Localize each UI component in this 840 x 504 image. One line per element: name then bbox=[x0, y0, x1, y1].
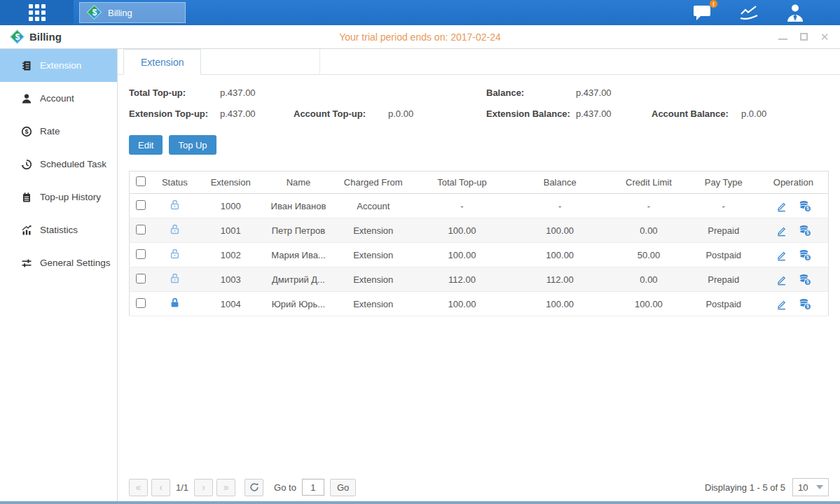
select-all-checkbox[interactable] bbox=[136, 176, 146, 186]
extension-cell: 1000 bbox=[198, 194, 263, 218]
col-balance: Balance bbox=[511, 172, 609, 194]
goto-page-input[interactable] bbox=[302, 479, 324, 496]
status-cell bbox=[151, 243, 198, 267]
edit-row-icon[interactable] bbox=[776, 200, 787, 212]
tab-strip-spacer bbox=[201, 49, 320, 75]
col-pay-type: Pay Type bbox=[689, 172, 759, 194]
edit-row-icon[interactable] bbox=[776, 225, 787, 237]
sidebar-item-label: General Settings bbox=[40, 258, 111, 268]
row-checkbox[interactable] bbox=[136, 225, 146, 234]
table-row[interactable]: 1001 Петр Петров Extension 100.00 100.00… bbox=[130, 218, 829, 243]
top-up-row-icon[interactable]: $ bbox=[799, 249, 811, 261]
topbar-tray: ! bbox=[691, 0, 840, 25]
balance-cell: 100.00 bbox=[511, 218, 609, 243]
window-bottom-edge bbox=[0, 501, 840, 504]
row-select-cell bbox=[130, 292, 152, 316]
sidebar-item-label: Rate bbox=[40, 126, 60, 136]
tab-extension[interactable]: Extension bbox=[123, 49, 201, 75]
edit-row-icon[interactable] bbox=[776, 298, 787, 310]
col-name: Name bbox=[263, 172, 333, 194]
col-status: Status bbox=[151, 172, 198, 194]
pagination-right: Displaying 1 - 5 of 5 10 bbox=[705, 478, 829, 496]
reports-button[interactable] bbox=[738, 2, 760, 23]
pay-type-cell: Prepaid bbox=[689, 267, 759, 292]
row-checkbox[interactable] bbox=[136, 274, 146, 284]
total-topup-label: Total Top-up: bbox=[129, 88, 220, 98]
sidebar-item-rate[interactable]: $ Rate bbox=[0, 115, 117, 148]
page-size-select[interactable]: 10 bbox=[792, 478, 829, 496]
taskbar-item-billing[interactable]: $ Billing bbox=[79, 2, 186, 23]
sidebar-item-topup-history[interactable]: Top-up History bbox=[0, 181, 117, 214]
apps-menu-button[interactable] bbox=[0, 0, 74, 25]
extension-topup-value: p.437.00 bbox=[220, 108, 294, 119]
top-up-row-icon[interactable]: $ bbox=[799, 298, 811, 310]
row-checkbox[interactable] bbox=[136, 298, 146, 308]
next-page-button[interactable]: › bbox=[194, 479, 213, 496]
row-checkbox[interactable] bbox=[136, 249, 146, 259]
page-size-value: 10 bbox=[798, 482, 808, 493]
credit-limit-cell: 0.00 bbox=[609, 218, 689, 243]
charged-from-cell: Account bbox=[333, 194, 413, 218]
col-charged-from: Charged From bbox=[333, 172, 413, 194]
sidebar-item-label: Extension bbox=[40, 60, 81, 71]
extension-topup-label: Extension Top-up: bbox=[129, 108, 220, 119]
top-up-row-icon[interactable]: $ bbox=[799, 225, 811, 237]
refresh-button[interactable] bbox=[245, 479, 263, 496]
taskbar-item-label: Billing bbox=[108, 8, 132, 18]
window-title-text: Billing bbox=[29, 31, 62, 43]
pay-type-cell: Prepaid bbox=[689, 218, 759, 243]
account-balance-value: p.0.00 bbox=[741, 108, 829, 119]
sidebar-item-statistics[interactable]: Statistics bbox=[0, 214, 117, 246]
sidebar: Extension Account $ Rate bbox=[0, 49, 118, 501]
table-row[interactable]: 1000 Иван Иванов Account - - - - $ bbox=[130, 194, 829, 218]
charged-from-cell: Extension bbox=[333, 292, 413, 316]
edit-row-icon[interactable] bbox=[776, 249, 787, 261]
balance-cell: 100.00 bbox=[511, 243, 609, 267]
table-row[interactable]: 1003 Дмитрий Д... Extension 112.00 112.0… bbox=[130, 267, 829, 292]
charged-from-cell: Extension bbox=[333, 243, 413, 267]
table-row[interactable]: 1002 Мария Ива... Extension 100.00 100.0… bbox=[130, 243, 829, 267]
operation-cell: $ bbox=[759, 218, 829, 243]
desktop-topbar: $ Billing ! bbox=[0, 0, 840, 25]
edit-row-icon[interactable] bbox=[776, 274, 787, 286]
page-indicator: 1/1 bbox=[176, 482, 188, 493]
last-page-button[interactable]: » bbox=[216, 479, 235, 496]
user-menu-button[interactable] bbox=[784, 2, 806, 23]
sidebar-item-extension[interactable]: Extension bbox=[0, 49, 117, 82]
svg-text:$: $ bbox=[806, 206, 809, 211]
sidebar-item-general-settings[interactable]: General Settings bbox=[0, 246, 117, 279]
operation-cell: $ bbox=[759, 194, 829, 218]
unlocked-icon bbox=[169, 248, 181, 260]
sidebar-item-account[interactable]: Account bbox=[0, 82, 117, 115]
col-extension: Extension bbox=[198, 172, 263, 194]
history-clock-icon bbox=[21, 159, 32, 170]
charged-from-cell: Extension bbox=[333, 267, 413, 292]
svg-text:$: $ bbox=[806, 230, 809, 236]
unlocked-icon bbox=[169, 272, 181, 284]
notifications-button[interactable]: ! bbox=[691, 2, 714, 23]
unlocked-icon bbox=[169, 223, 181, 235]
sidebar-item-scheduled-task[interactable]: Scheduled Task bbox=[0, 148, 117, 181]
edit-button[interactable]: Edit bbox=[129, 135, 163, 155]
tab-strip: Extension bbox=[118, 49, 840, 75]
trial-period-message: Your trial period ends on: 2017-02-24 bbox=[0, 31, 840, 43]
row-checkbox[interactable] bbox=[136, 200, 146, 210]
go-button[interactable]: Go bbox=[330, 479, 356, 496]
close-button[interactable]: ✕ bbox=[819, 31, 830, 43]
row-select-cell bbox=[130, 267, 152, 292]
dollar-circle-icon: $ bbox=[21, 126, 32, 137]
operation-cell: $ bbox=[759, 267, 829, 292]
top-up-row-icon[interactable]: $ bbox=[799, 274, 811, 286]
first-page-button[interactable]: « bbox=[129, 479, 148, 496]
prev-page-button[interactable]: ‹ bbox=[151, 479, 170, 496]
table-row[interactable]: 1004 Юрий Юрь... Extension 100.00 100.00… bbox=[130, 292, 829, 316]
top-up-button[interactable]: Top Up bbox=[169, 135, 216, 155]
account-balance-label: Account Balance: bbox=[652, 108, 741, 119]
col-total-topup: Total Top-up bbox=[413, 172, 511, 194]
maximize-button[interactable] bbox=[798, 31, 809, 43]
minimize-button[interactable] bbox=[777, 31, 788, 43]
sidebar-item-label: Scheduled Task bbox=[40, 159, 106, 169]
charged-from-cell: Extension bbox=[333, 218, 413, 243]
window-controls: ✕ bbox=[777, 31, 830, 43]
top-up-row-icon[interactable]: $ bbox=[799, 200, 811, 212]
